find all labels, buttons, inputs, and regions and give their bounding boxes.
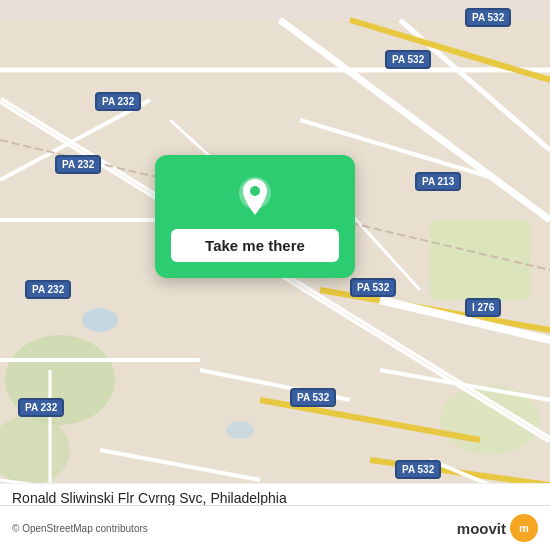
bottom-bar: © OpenStreetMap contributors moovit m xyxy=(0,505,550,550)
svg-rect-3 xyxy=(430,220,530,300)
svg-point-33 xyxy=(250,186,260,196)
moovit-icon: m xyxy=(510,514,538,542)
road-badge-pa232-1: PA 232 xyxy=(95,92,141,111)
map-attribution: © OpenStreetMap contributors xyxy=(12,523,148,534)
moovit-logo: moovit m xyxy=(457,514,538,542)
road-badge-pa232-2: PA 232 xyxy=(55,155,101,174)
road-badge-pa232-4: PA 232 xyxy=(18,398,64,417)
road-badge-pa532-1: PA 532 xyxy=(465,8,511,27)
road-badge-i276: I 276 xyxy=(465,298,501,317)
road-badge-pa532-5: PA 532 xyxy=(395,460,441,479)
road-badge-pa532-2: PA 532 xyxy=(385,50,431,69)
moovit-label: moovit xyxy=(457,520,506,537)
road-badge-pa532-3: PA 532 xyxy=(350,278,396,297)
location-pin-icon xyxy=(233,175,277,219)
svg-point-5 xyxy=(82,308,118,332)
road-badge-pa213: PA 213 xyxy=(415,172,461,191)
cta-card: Take me there xyxy=(155,155,355,278)
take-me-there-button[interactable]: Take me there xyxy=(171,229,339,262)
road-badge-pa532-4: PA 532 xyxy=(290,388,336,407)
road-badge-pa232-3: PA 232 xyxy=(25,280,71,299)
svg-text:m: m xyxy=(519,522,529,534)
svg-point-6 xyxy=(226,421,254,439)
map-container: PA 532 PA 532 PA 232 PA 232 PA 213 PA 23… xyxy=(0,0,550,550)
location-name: Ronald Sliwinski Flr Cvrng Svc, Philadel… xyxy=(12,490,287,506)
